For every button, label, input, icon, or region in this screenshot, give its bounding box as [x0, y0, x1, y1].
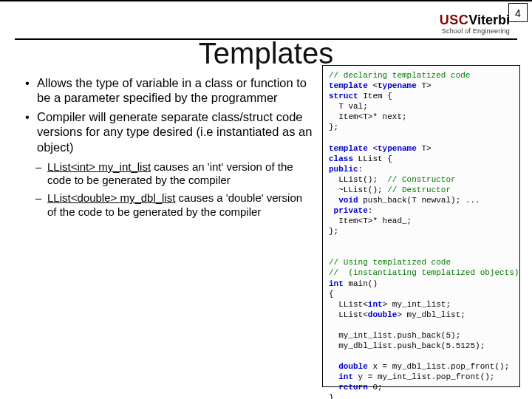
logo: USCViterbi School of Engineering [440, 13, 510, 35]
bullet: Compiler will generate separate class/st… [21, 109, 313, 154]
logo-viterbi: Viterbi [468, 13, 510, 27]
code-inline: LList<double> my_dbl_list [47, 191, 175, 204]
page-number: 4 [508, 3, 528, 22]
body-text: Allows the type of variable in a class o… [21, 75, 313, 223]
top-bar: 4 USCViterbi School of Engineering [0, 0, 532, 41]
code-example: // declaring templatized code template <… [322, 65, 520, 387]
sub-bullet: LList<int> my_int_list causes an 'int' v… [21, 160, 313, 188]
bullet: Allows the type of variable in a class o… [21, 75, 313, 105]
logo-usc: USC [440, 13, 469, 27]
sub-bullet: LList<double> my_dbl_list causes a 'doub… [21, 191, 313, 219]
logo-sub: School of Engineering [440, 28, 510, 35]
code-inline: LList<int> my_int_list [47, 160, 151, 173]
